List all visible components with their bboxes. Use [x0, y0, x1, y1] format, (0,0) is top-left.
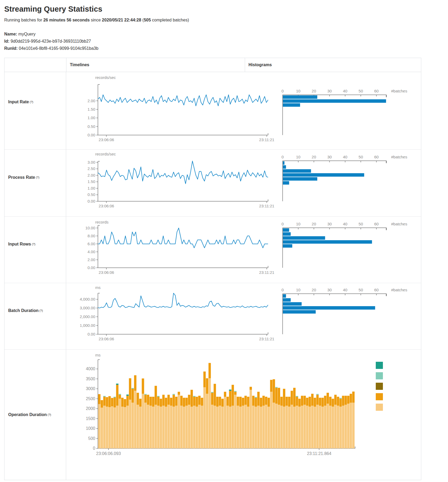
svg-text:30: 30: [327, 89, 332, 93]
svg-text:ms: ms: [95, 285, 101, 290]
svg-text:0.00: 0.00: [88, 265, 95, 270]
svg-text:20: 20: [312, 222, 316, 226]
input-rate-charts: records/sec0.000.501.001.502.0023:06:062…: [66, 72, 421, 149]
svg-text:20: 20: [312, 155, 316, 159]
table-header-row: Timelines Histograms: [4, 58, 421, 72]
row-label-input-rows: Input Rows(?): [4, 217, 66, 283]
svg-text:1.00: 1.00: [88, 115, 95, 120]
legend-swatch-4: [376, 393, 383, 400]
svg-text:records: records: [95, 220, 108, 224]
legend-swatch-5: [376, 404, 383, 411]
header-histograms: Histograms: [245, 58, 421, 72]
svg-text:30: 30: [327, 222, 332, 226]
operation-duration-row: Operation Duration(?) ms0500100015002000…: [4, 350, 421, 480]
input-rows-row: Input Rows(?) records0.002.004.006.008.0…: [4, 217, 421, 283]
row-label-process-rate: Process Rate(?): [4, 150, 66, 216]
svg-text:2.00: 2.00: [88, 99, 95, 103]
svg-text:23:06:06: 23:06:06: [99, 337, 114, 341]
svg-text:0: 0: [282, 89, 284, 93]
svg-text:#batches: #batches: [391, 222, 407, 226]
header-timelines: Timelines: [66, 58, 245, 72]
svg-text:0: 0: [282, 222, 284, 226]
svg-text:2.50: 2.50: [88, 166, 95, 171]
row-label-input-rate: Input Rate(?): [4, 72, 66, 149]
svg-text:1,000.00: 1,000.00: [80, 323, 95, 328]
batch-duration-charts: ms0.001,000.002,000.003,000.004,000.0023…: [66, 283, 421, 349]
svg-text:1.00: 1.00: [88, 186, 95, 190]
query-id-line: Id: 9d0dd219-995d-423e-b97d-36931110bb27: [4, 38, 448, 45]
svg-text:500: 500: [88, 436, 95, 441]
svg-text:1.50: 1.50: [88, 107, 95, 111]
batch-duration-svg: ms0.001,000.002,000.003,000.004,000.0023…: [66, 283, 421, 349]
legend-swatch-3: [376, 383, 383, 390]
process-rate-help-icon[interactable]: (?): [36, 176, 39, 179]
svg-text:10: 10: [296, 288, 301, 292]
svg-text:23:11:21.864: 23:11:21.864: [307, 451, 331, 456]
summary-prefix: Running batches for: [4, 18, 43, 22]
svg-text:2.00: 2.00: [88, 173, 95, 177]
svg-text:3000: 3000: [86, 386, 95, 391]
svg-text:40: 40: [343, 288, 347, 292]
svg-text:23:06:06: 23:06:06: [99, 137, 114, 142]
svg-text:23:11:21: 23:11:21: [259, 137, 274, 142]
query-runid-line: RunId: 04e101e6-8bf8-4165-9099-9104c951b…: [4, 45, 448, 52]
svg-text:3,000.00: 3,000.00: [80, 306, 95, 310]
svg-text:60: 60: [374, 288, 379, 292]
input-rate-svg: records/sec0.000.501.001.502.0023:06:062…: [66, 72, 421, 149]
svg-text:records/sec: records/sec: [95, 152, 116, 156]
svg-text:0.50: 0.50: [88, 192, 95, 197]
svg-text:20: 20: [312, 89, 316, 93]
svg-text:40: 40: [343, 222, 347, 226]
batch-duration-help-icon[interactable]: (?): [39, 309, 43, 312]
svg-text:0.00: 0.00: [88, 199, 95, 203]
svg-text:0: 0: [282, 155, 284, 159]
svg-text:2000: 2000: [86, 406, 95, 411]
svg-text:ms: ms: [95, 353, 101, 357]
row-label-batch-duration: Batch Duration(?): [4, 283, 66, 349]
operation-duration-svg: ms0500100015002000250030003500400023:06:…: [66, 350, 421, 480]
svg-text:#batches: #batches: [391, 89, 407, 93]
svg-text:4.00: 4.00: [88, 249, 95, 254]
svg-text:10.00: 10.00: [85, 226, 95, 230]
batch-duration-row: Batch Duration(?) ms0.001,000.002,000.00…: [4, 283, 421, 350]
svg-text:1500: 1500: [86, 416, 95, 421]
svg-text:23:11:21: 23:11:21: [259, 270, 274, 275]
svg-text:30: 30: [327, 155, 332, 159]
svg-text:0: 0: [282, 288, 284, 292]
svg-text:50: 50: [359, 89, 363, 93]
query-name-value: myQuery: [18, 32, 35, 36]
process-rate-charts: records/sec0.000.501.001.502.002.503.002…: [66, 150, 421, 216]
svg-text:20: 20: [312, 288, 316, 292]
svg-text:40: 40: [343, 89, 347, 93]
input-rate-row: Input Rate(?) records/sec0.000.501.001.5…: [4, 72, 421, 150]
row-label-operation-duration: Operation Duration(?): [4, 350, 66, 480]
svg-text:23:06:06: 23:06:06: [99, 270, 114, 275]
legend-swatch-1: [376, 362, 383, 369]
svg-text:2,000.00: 2,000.00: [80, 314, 95, 319]
input-rows-help-icon[interactable]: (?): [32, 243, 35, 246]
svg-text:10: 10: [296, 222, 301, 226]
svg-text:1.50: 1.50: [88, 179, 95, 184]
svg-text:0.00: 0.00: [88, 332, 95, 336]
input-rows-charts: records0.002.004.006.008.0010.0023:06:06…: [66, 217, 421, 283]
svg-text:23:06:06: 23:06:06: [99, 204, 114, 208]
header-empty-cell: [4, 58, 66, 72]
svg-text:10: 10: [296, 89, 301, 93]
svg-text:#batches: #batches: [391, 288, 407, 292]
svg-text:1000: 1000: [86, 426, 95, 431]
input-rows-svg: records0.002.004.006.008.0010.0023:06:06…: [66, 217, 421, 283]
legend-swatch-2: [376, 372, 383, 380]
svg-text:0.50: 0.50: [88, 124, 95, 129]
operation-duration-help-icon[interactable]: (?): [48, 413, 51, 416]
svg-text:23:06:06.093: 23:06:06.093: [96, 451, 121, 456]
svg-text:records/sec: records/sec: [95, 75, 116, 80]
svg-text:3.00: 3.00: [88, 160, 95, 164]
operation-duration-chart: ms0500100015002000250030003500400023:06:…: [66, 350, 421, 480]
statistics-table: Timelines Histograms Input Rate(?) recor…: [4, 58, 421, 480]
svg-text:#batches: #batches: [391, 155, 407, 159]
completed-batch-count: 505: [144, 18, 151, 22]
svg-text:60: 60: [374, 155, 379, 159]
input-rate-help-icon[interactable]: (?): [30, 100, 33, 104]
svg-text:60: 60: [374, 89, 379, 93]
process-rate-svg: records/sec0.000.501.001.502.002.503.002…: [66, 150, 421, 216]
